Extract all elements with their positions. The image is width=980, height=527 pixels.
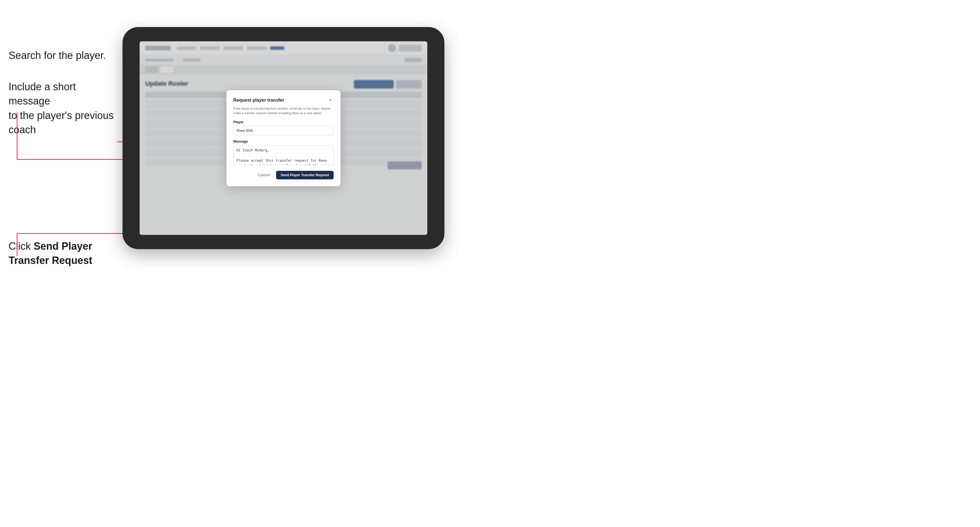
annotation-search: Search for the player.	[8, 48, 106, 63]
modal-close-button[interactable]: ×	[327, 97, 334, 103]
player-field-label: Player	[233, 120, 334, 124]
message-field-label: Message	[233, 140, 334, 143]
message-textarea[interactable]: Hi Coach McHarg, Please accept this tran…	[233, 145, 334, 165]
tablet-screen: › Update Roster	[140, 41, 427, 235]
send-player-transfer-button[interactable]: Send Player Transfer Request	[276, 171, 334, 179]
annotation-click: Click Send Player Transfer Request	[8, 239, 114, 268]
annotation-message: Include a short messageto the player's p…	[8, 80, 114, 137]
request-player-transfer-modal: Request player transfer × If the player …	[226, 90, 340, 186]
player-input[interactable]	[233, 126, 334, 135]
tablet-device: › Update Roster	[123, 27, 444, 249]
modal-title: Request player transfer	[233, 98, 284, 103]
modal-actions: Cancel Send Player Transfer Request	[233, 171, 334, 179]
modal-header: Request player transfer ×	[233, 97, 334, 103]
modal-overlay: Request player transfer × If the player …	[140, 41, 427, 235]
cancel-button[interactable]: Cancel	[255, 171, 273, 179]
modal-description: If the player is transferring from anoth…	[233, 106, 334, 116]
